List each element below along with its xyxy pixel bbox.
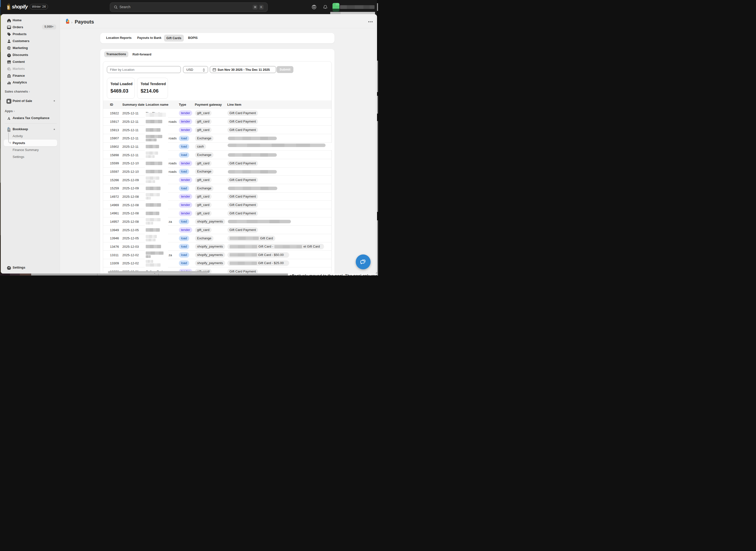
svg-text:S: S xyxy=(7,5,10,10)
svg-text:$: $ xyxy=(9,69,10,71)
